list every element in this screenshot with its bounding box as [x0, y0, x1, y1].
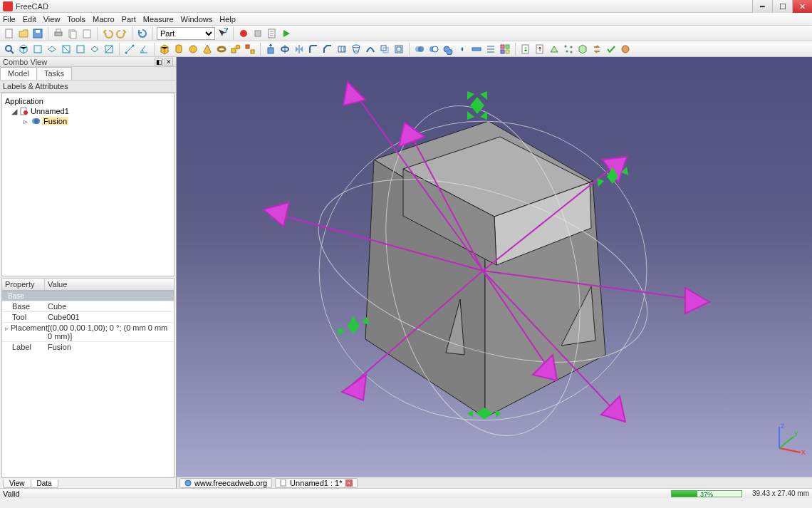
- cross-sections-icon[interactable]: [484, 43, 497, 56]
- undock-icon[interactable]: ◧: [155, 58, 163, 66]
- front-view-icon[interactable]: [31, 43, 44, 56]
- tab-model[interactable]: Model: [0, 67, 37, 80]
- combo-view-panel: Combo View ◧✕ Model Tasks Labels & Attri…: [0, 57, 177, 488]
- whatsthis-icon[interactable]: ?: [217, 27, 229, 40]
- close-button[interactable]: ✕: [792, 0, 812, 13]
- chamfer-icon[interactable]: [321, 43, 334, 56]
- menu-windows[interactable]: Windows: [181, 15, 213, 24]
- axo-view-icon[interactable]: [17, 43, 30, 56]
- rear-view-icon[interactable]: [74, 43, 87, 56]
- fit-all-icon[interactable]: [3, 43, 16, 56]
- reverse-shapes-icon[interactable]: [590, 43, 603, 56]
- svg-point-29: [354, 51, 358, 53]
- offset-icon[interactable]: [378, 43, 391, 56]
- document-icon: [20, 107, 28, 115]
- close-panel-icon[interactable]: ✕: [165, 58, 173, 66]
- open-icon[interactable]: [17, 27, 30, 40]
- menu-part[interactable]: Part: [122, 15, 136, 24]
- record-macro-icon[interactable]: [237, 27, 250, 40]
- close-tab-icon[interactable]: ×: [345, 480, 353, 487]
- revolve-icon[interactable]: [279, 43, 291, 56]
- prop-base[interactable]: BaseCube: [2, 301, 174, 311]
- menu-file[interactable]: File: [3, 15, 16, 24]
- export-icon[interactable]: [533, 43, 546, 56]
- svg-marker-89: [348, 316, 359, 333]
- box-icon[interactable]: [158, 43, 171, 56]
- extrude-icon[interactable]: [264, 43, 277, 56]
- thickness-icon[interactable]: [392, 43, 405, 56]
- prop-placement[interactable]: Placement[(0,00 0,00 1,00); 0 °; (0 mm 0…: [2, 322, 174, 341]
- svg-line-95: [779, 448, 801, 452]
- svg-rect-7: [83, 30, 90, 38]
- document-tabs: www.freecadweb.org Unnamed1 : 1* ×: [177, 477, 812, 488]
- tree-root[interactable]: Application: [4, 96, 172, 106]
- tree-item-fusion[interactable]: ▹ Fusion: [4, 116, 172, 126]
- tree-view[interactable]: Application ◢ Unnamed1 ▹ Fusion: [1, 93, 175, 276]
- primitives-icon[interactable]: [229, 43, 242, 56]
- import-icon[interactable]: [519, 43, 532, 56]
- tab-tasks[interactable]: Tasks: [36, 67, 72, 80]
- paste-icon[interactable]: [80, 27, 93, 40]
- measure-linear-icon[interactable]: [123, 43, 136, 56]
- appearance-icon[interactable]: [619, 43, 632, 56]
- macros-icon[interactable]: [266, 27, 279, 40]
- sphere-icon[interactable]: [187, 43, 199, 56]
- compound-icon[interactable]: [499, 43, 511, 56]
- undo-icon[interactable]: [101, 27, 114, 40]
- run-macro-icon[interactable]: [280, 27, 293, 40]
- stop-macro-icon[interactable]: [251, 27, 264, 40]
- check-geometry-icon[interactable]: [605, 43, 618, 56]
- fuse-icon[interactable]: [442, 43, 454, 56]
- cylinder-icon[interactable]: [172, 43, 185, 56]
- menu-tools[interactable]: Tools: [67, 15, 85, 24]
- menu-macro[interactable]: Macro: [93, 15, 115, 24]
- copy-icon[interactable]: [66, 27, 79, 40]
- section-icon[interactable]: [470, 43, 483, 56]
- viewport-3d[interactable]: x y z www.freecadweb.org Unnamed1 : 1* ×: [177, 57, 812, 488]
- minimize-button[interactable]: ━: [752, 0, 772, 13]
- points-from-mesh-icon[interactable]: [562, 43, 575, 56]
- torus-icon[interactable]: [215, 43, 228, 56]
- prop-label[interactable]: LabelFusion: [2, 341, 174, 352]
- new-icon[interactable]: [3, 27, 16, 40]
- combo-view-title: Combo View: [3, 58, 47, 66]
- shapebuilder-icon[interactable]: [244, 43, 256, 56]
- menu-measure[interactable]: Measure: [143, 15, 174, 24]
- redo-icon[interactable]: [115, 27, 128, 40]
- mirror-icon[interactable]: [293, 43, 306, 56]
- bottom-tab-data[interactable]: Data: [31, 480, 58, 488]
- bottom-view-icon[interactable]: [88, 43, 101, 56]
- svg-rect-2: [36, 30, 40, 33]
- shape-from-mesh-icon[interactable]: [548, 43, 561, 56]
- cut-icon[interactable]: [427, 43, 440, 56]
- sweep-icon[interactable]: [364, 43, 377, 56]
- svg-point-28: [353, 45, 360, 48]
- property-table[interactable]: Base BaseCube ToolCube001 Placement[(0,0…: [1, 291, 175, 478]
- convert-to-solid-icon[interactable]: [576, 43, 589, 56]
- left-view-icon[interactable]: [103, 43, 115, 56]
- doc-tab-unnamed[interactable]: Unnamed1 : 1* ×: [275, 478, 357, 488]
- fillet-icon[interactable]: [307, 43, 320, 56]
- refresh-icon[interactable]: [136, 27, 149, 40]
- axis-indicator: x y z: [771, 423, 805, 457]
- measure-angular-icon[interactable]: [137, 43, 150, 56]
- svg-point-53: [34, 118, 40, 124]
- menu-view[interactable]: View: [43, 15, 61, 24]
- cone-icon[interactable]: [201, 43, 214, 56]
- boolean-icon[interactable]: [413, 43, 426, 56]
- maximize-button[interactable]: ☐: [772, 0, 792, 13]
- print-icon[interactable]: [52, 27, 65, 40]
- common-icon[interactable]: [456, 43, 469, 56]
- top-view-icon[interactable]: [46, 43, 58, 56]
- loft-icon[interactable]: [350, 43, 363, 56]
- save-icon[interactable]: [31, 27, 44, 40]
- menu-edit[interactable]: Edit: [23, 15, 36, 24]
- bottom-tab-view[interactable]: View: [3, 480, 31, 488]
- prop-tool[interactable]: ToolCube001: [2, 311, 174, 322]
- doc-tab-start[interactable]: www.freecadweb.org: [179, 478, 272, 488]
- right-view-icon[interactable]: [60, 43, 73, 56]
- ruled-icon[interactable]: [335, 43, 348, 56]
- tree-doc[interactable]: ◢ Unnamed1: [4, 106, 172, 116]
- workbench-select[interactable]: Part: [157, 27, 215, 40]
- menu-help[interactable]: Help: [219, 15, 236, 24]
